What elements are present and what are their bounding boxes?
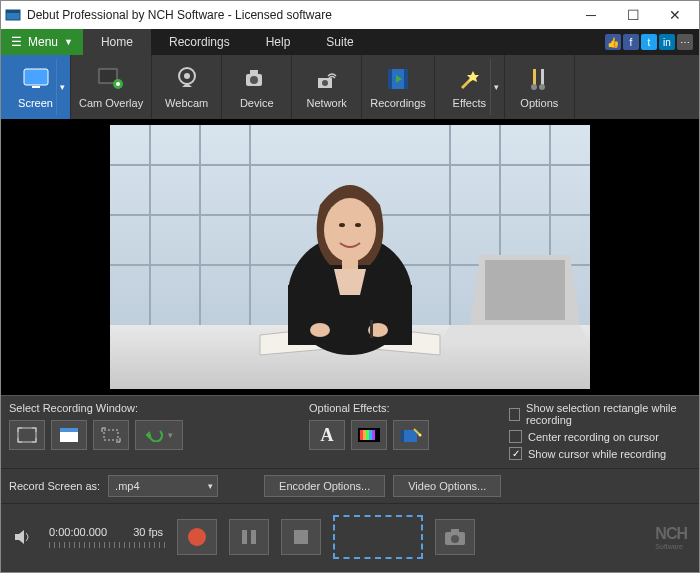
filter-effect-button[interactable] [393,420,429,450]
app-window: Debut Professional by NCH Software - Lic… [0,0,700,573]
tool-cam-overlay[interactable]: Cam Overlay [71,55,152,119]
svg-rect-2 [24,69,48,85]
network-icon [313,65,341,93]
thumbs-up-icon[interactable]: 👍 [605,34,621,50]
preview-content [110,125,590,389]
tool-device[interactable]: Device [222,55,292,119]
screen-icon [22,65,50,93]
svg-point-45 [310,323,330,337]
chevron-down-icon: ▾ [208,481,213,491]
thumbnail-slot-selected[interactable] [333,515,423,559]
hamburger-icon: ☰ [11,35,22,49]
video-options-button[interactable]: Video Options... [393,475,501,497]
chevron-down-icon[interactable]: ▾ [490,59,502,115]
maximize-button[interactable]: ☐ [613,3,653,27]
menu-label: Menu [28,35,58,49]
options-panel: Select Recording Window: ▾ Optional Effe… [1,395,699,468]
fullscreen-button[interactable] [9,420,45,450]
transport-bar: 0:00:00.00030 fps NCHSoftware [1,503,699,572]
effects-group: Optional Effects: A [309,402,489,464]
timecode: 0:00:00.000 [49,526,107,538]
color-effect-button[interactable] [351,420,387,450]
recordings-icon [384,65,412,93]
svg-rect-15 [388,69,392,89]
timeline-ticks [49,542,165,548]
stop-button[interactable] [281,519,321,555]
chevron-down-icon: ▼ [64,37,73,47]
tab-help[interactable]: Help [248,29,309,55]
svg-rect-19 [541,69,544,85]
record-settings-row: Record Screen as: .mp4▾ Encoder Options.… [1,468,699,503]
options-icon [525,65,553,93]
revert-button[interactable]: ▾ [135,420,183,450]
tab-suite[interactable]: Suite [308,29,371,55]
encoder-options-button[interactable]: Encoder Options... [264,475,385,497]
sound-button[interactable] [9,525,37,549]
svg-point-21 [539,84,545,90]
svg-rect-56 [369,430,372,440]
share-icon[interactable]: ⋯ [677,34,693,50]
tool-screen[interactable]: Screen ▾ [1,55,71,119]
text-effect-button[interactable]: A [309,420,345,450]
svg-rect-1 [6,10,20,13]
snapshot-button[interactable] [435,519,475,555]
svg-rect-67 [451,529,459,533]
window-button[interactable] [51,420,87,450]
svg-rect-48 [18,428,36,442]
svg-rect-54 [363,430,366,440]
svg-rect-65 [294,530,308,544]
svg-point-41 [339,223,345,227]
check-show-selection[interactable]: Show selection rectangle while recording [509,402,691,426]
tool-recordings[interactable]: Recordings [362,55,435,119]
svg-point-62 [188,528,206,546]
svg-point-10 [250,76,258,84]
checkbox-icon [509,408,520,421]
tool-webcam[interactable]: Webcam [152,55,222,119]
svg-point-20 [531,84,537,90]
checkbox-checked-icon: ✓ [509,447,522,460]
svg-marker-35 [440,325,590,345]
pause-button[interactable] [229,519,269,555]
record-button[interactable] [177,519,217,555]
minimize-button[interactable]: ─ [571,3,611,27]
close-button[interactable]: ✕ [655,3,695,27]
select-window-group: Select Recording Window: ▾ [9,402,289,464]
device-icon [243,65,271,93]
svg-point-42 [355,223,361,227]
menubar: ☰ Menu ▼ Home Recordings Help Suite 👍 f … [1,29,699,55]
svg-point-60 [419,434,422,437]
twitter-icon[interactable]: t [641,34,657,50]
checkbox-group: Show selection rectangle while recording… [509,402,691,464]
svg-rect-11 [250,70,258,74]
svg-marker-61 [15,530,24,544]
svg-rect-51 [104,430,118,440]
nch-logo: NCHSoftware [655,525,691,550]
social-links: 👍 f t in ⋯ [605,29,699,55]
window-title: Debut Professional by NCH Software - Lic… [27,8,571,22]
svg-rect-18 [533,69,536,85]
format-select[interactable]: .mp4▾ [108,475,218,497]
linkedin-icon[interactable]: in [659,34,675,50]
chevron-down-icon[interactable]: ▾ [56,59,68,115]
svg-rect-47 [370,320,373,338]
check-show-cursor[interactable]: ✓Show cursor while recording [509,447,691,460]
svg-point-13 [322,80,328,86]
tool-options[interactable]: Options [505,55,575,119]
svg-point-68 [451,535,459,543]
tab-recordings[interactable]: Recordings [151,29,248,55]
region-button[interactable] [93,420,129,450]
tool-effects[interactable]: Effects ▾ [435,55,505,119]
tab-home[interactable]: Home [83,29,151,55]
tool-network[interactable]: Network [292,55,362,119]
svg-point-8 [184,73,190,79]
svg-rect-63 [242,530,247,544]
check-center-cursor[interactable]: Center recording on cursor [509,430,691,443]
titlebar: Debut Professional by NCH Software - Lic… [1,1,699,29]
facebook-icon[interactable]: f [623,34,639,50]
app-icon [5,7,21,23]
chevron-down-icon: ▾ [168,430,173,440]
menu-button[interactable]: ☰ Menu ▼ [1,29,83,55]
preview-panel [1,119,699,395]
svg-rect-43 [342,257,358,271]
svg-rect-53 [360,430,363,440]
